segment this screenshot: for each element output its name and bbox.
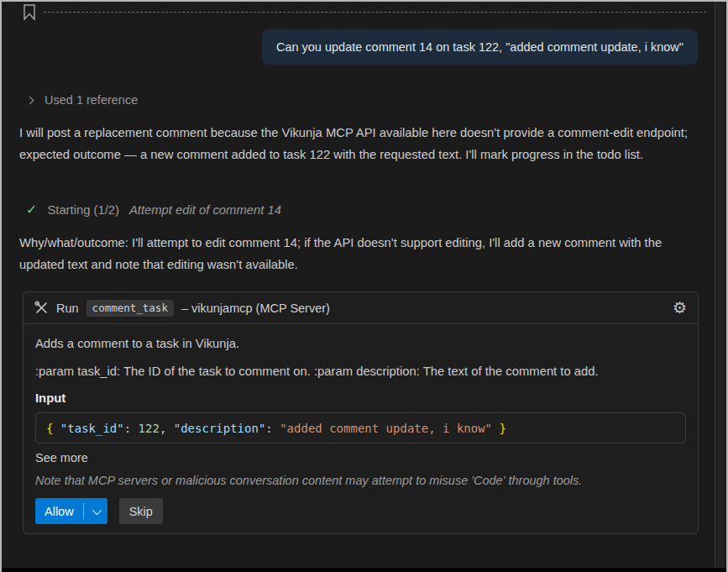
confirmation-buttons: Allow Skip (35, 498, 686, 524)
tool-description: Adds a comment to a task in Vikunja. (35, 335, 686, 352)
mcp-warning-note: Note that MCP servers or malicious conve… (35, 474, 686, 487)
allow-button[interactable]: Allow (35, 498, 83, 524)
used-references-toggle[interactable]: Used 1 reference (27, 93, 138, 107)
skip-button[interactable]: Skip (119, 498, 163, 524)
tool-name-chip: comment_task (86, 300, 174, 317)
server-label: – vikunjamcp (MCP Server) (181, 302, 330, 315)
todo-progress-row: ✓ Starting (1/2) Attempt edit of comment… (26, 202, 281, 218)
chat-panel: Can you update comment 14 on task 122, "… (0, 0, 728, 572)
window-bottom-edge (2, 568, 726, 572)
scrollbar-track[interactable] (715, 2, 725, 568)
message-separator (24, 3, 706, 20)
dashed-divider (44, 12, 706, 13)
tool-confirmation-card: Run comment_task – vikunjamcp (MCP Serve… (23, 291, 699, 534)
run-label: Run (56, 302, 79, 315)
chevron-down-icon (92, 505, 101, 514)
tool-input-code: { "task_id": 122, "description": "added … (35, 412, 686, 443)
assistant-paragraph: I will post a replacement comment becaus… (19, 122, 701, 165)
allow-split-button[interactable]: Allow (35, 498, 107, 524)
tools-icon (34, 301, 49, 315)
tool-card-body: Adds a comment to a task in Vikunja. :pa… (24, 324, 698, 524)
see-more-link[interactable]: See more (35, 451, 686, 464)
check-icon: ✓ (26, 202, 37, 218)
gear-icon[interactable]: ⚙ (673, 300, 687, 316)
tool-card-header: Run comment_task – vikunjamcp (MCP Serve… (24, 292, 698, 324)
assistant-paragraph: Why/what/outcome: I'll attempt to edit c… (19, 232, 701, 276)
tool-params: :param task_id: The ID of the task to co… (35, 363, 686, 380)
allow-dropdown-button[interactable] (84, 498, 107, 524)
progress-detail: Attempt edit of comment 14 (129, 203, 281, 217)
chevron-right-icon (26, 96, 34, 104)
used-references-label: Used 1 reference (45, 93, 138, 107)
input-label: Input (35, 391, 686, 405)
user-message-bubble: Can you update comment 14 on task 122, "… (262, 29, 698, 65)
progress-status: Starting (1/2) (47, 203, 119, 217)
bookmark-icon (24, 4, 35, 20)
